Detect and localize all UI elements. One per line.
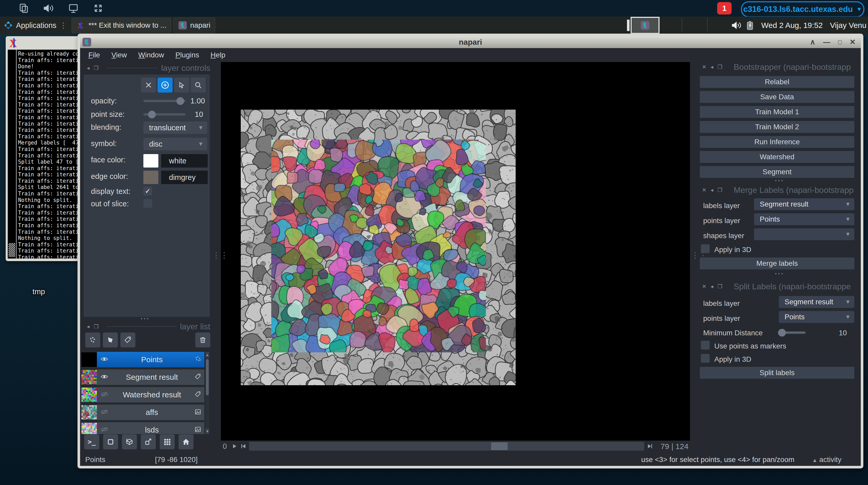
layer-row-segment-result[interactable]: Segment result [80, 369, 204, 385]
first-frame-icon[interactable] [240, 442, 247, 450]
menu-help[interactable]: Help [205, 49, 231, 61]
clipboard-icon[interactable] [18, 3, 29, 14]
close-panel-icon[interactable]: ✕ [702, 64, 707, 70]
layer-list-scrollbar[interactable]: ▲ ▼ [206, 352, 209, 434]
ndisplay-button[interactable] [103, 434, 118, 449]
fullscreen-icon[interactable] [92, 3, 104, 14]
eye-slash-icon[interactable] [100, 426, 109, 434]
applications-menu-button[interactable]: Applications ⋮ [0, 17, 71, 34]
eye-slash-icon[interactable] [100, 408, 109, 417]
task-button-xterm[interactable]: X *** Exit this window to ... [71, 18, 171, 33]
merge-apply-3d-checkbox[interactable] [701, 244, 710, 253]
last-frame-icon[interactable] [646, 442, 654, 450]
merge-labels-button[interactable]: Merge labels [700, 257, 854, 269]
grid-view-button[interactable] [160, 434, 175, 449]
slider-thumb[interactable] [177, 97, 184, 105]
task-button-napari[interactable]: napari [173, 18, 215, 33]
maximize-button[interactable]: □ [838, 39, 842, 45]
panel-splitter[interactable]: ⋯ [774, 178, 784, 183]
workspace-sliver[interactable] [627, 20, 629, 31]
slider-thumb[interactable] [148, 111, 156, 118]
float-panel-icon[interactable]: ◂ [711, 283, 714, 290]
layer-row-lsds[interactable]: lsds [80, 422, 204, 434]
symbol-dropdown[interactable]: disc ▼ [144, 138, 207, 150]
bootstrapper-button-watershed[interactable]: Watershed [700, 151, 854, 163]
eye-icon[interactable] [100, 355, 109, 364]
float-panel-icon[interactable]: ◂ [87, 65, 90, 71]
add-points-button[interactable] [158, 78, 173, 92]
float-panel-icon[interactable]: ◂ [711, 187, 714, 193]
bootstrapper-button-train-model-1[interactable]: Train Model 1 [700, 106, 854, 118]
console-button[interactable]: >_ [84, 434, 99, 449]
dimension-slider[interactable] [249, 442, 644, 451]
user-menu[interactable]: Vijay Venu [830, 21, 866, 30]
close-panel-icon[interactable]: ✕ [702, 187, 707, 193]
new-labels-layer-button[interactable] [120, 333, 135, 347]
blending-dropdown[interactable]: translucent ▼ [144, 121, 207, 134]
face-color-field[interactable]: white [161, 154, 208, 168]
close-panel-icon[interactable]: ✕ [702, 283, 707, 290]
layer-row-watershed-result[interactable]: Watershed result [80, 387, 204, 402]
merge-shapes-layer-dropdown[interactable]: ▼ [754, 228, 854, 240]
display-text-checkbox[interactable] [144, 187, 152, 195]
eye-slash-icon[interactable] [100, 390, 109, 399]
activity-button[interactable]: ▲ activity [812, 456, 841, 464]
hide-panel-icon[interactable]: ❐ [717, 64, 722, 70]
notification-badge[interactable]: 1 [717, 2, 732, 15]
split-apply-3d-checkbox[interactable] [701, 354, 710, 363]
split-points-layer-dropdown[interactable]: Points▼ [779, 311, 854, 323]
desktop-icon-tmp[interactable]: tmp [16, 287, 62, 296]
workspace-pager[interactable] [630, 17, 659, 34]
opacity-slider[interactable] [144, 100, 185, 102]
display-icon[interactable] [68, 3, 79, 14]
split-labels-button[interactable]: Split labels [700, 367, 854, 379]
menu-view[interactable]: View [106, 49, 132, 61]
bootstrapper-button-relabel[interactable]: Relabel [700, 76, 854, 88]
minimize-button[interactable]: — [823, 38, 830, 46]
scrollbar-thumb[interactable] [206, 359, 209, 395]
terminal-scrollbar[interactable] [8, 50, 16, 259]
viewer-canvas[interactable] [221, 62, 690, 440]
face-color-swatch[interactable] [144, 154, 158, 168]
edge-color-field[interactable]: dimgrey [161, 171, 208, 184]
volume-icon[interactable] [731, 20, 742, 31]
delete-points-button[interactable] [141, 78, 156, 92]
hide-panel-icon[interactable]: ❐ [717, 283, 722, 290]
hide-panel-icon[interactable]: ❐ [94, 65, 99, 71]
slider-thumb[interactable] [491, 443, 507, 450]
panel-splitter[interactable]: ⋯ [774, 271, 784, 276]
scrollbar-thumb[interactable] [8, 243, 15, 257]
merge-points-layer-dropdown[interactable]: Points▼ [754, 213, 854, 225]
split-labels-layer-dropdown[interactable]: Segment result▼ [779, 296, 854, 308]
hide-panel-icon[interactable]: ❐ [717, 187, 722, 193]
scroll-up-icon[interactable]: ▲ [206, 352, 209, 358]
float-panel-icon[interactable]: ◂ [711, 64, 714, 70]
left-dock-handle[interactable]: ⋮⋮ [212, 251, 228, 260]
merge-labels-layer-dropdown[interactable]: Segment result▼ [754, 198, 854, 210]
close-button[interactable]: ✕ [850, 38, 856, 46]
use-points-checkbox[interactable] [701, 341, 710, 349]
bootstrapper-button-train-model-2[interactable]: Train Model 2 [700, 121, 854, 133]
out-of-slice-checkbox[interactable] [144, 199, 152, 208]
pan-zoom-button[interactable] [191, 78, 206, 92]
menu-file[interactable]: File [83, 49, 106, 61]
play-icon[interactable] [231, 442, 239, 450]
title-bar[interactable]: napari ∧ — □ ✕ [80, 36, 861, 48]
select-points-button[interactable] [174, 78, 189, 92]
shade-button[interactable]: ∧ [810, 38, 815, 46]
bootstrapper-button-save-data[interactable]: Save Data [700, 91, 854, 103]
delete-layer-button[interactable] [195, 333, 210, 347]
slider-thumb[interactable] [778, 329, 786, 337]
edge-color-swatch[interactable] [144, 171, 158, 184]
battery-icon[interactable] [744, 20, 755, 31]
panel-splitter[interactable]: ⋯ [140, 316, 150, 321]
menu-plugins[interactable]: Plugins [170, 49, 205, 61]
clock[interactable]: Wed 2 Aug, 19:52 [761, 21, 823, 30]
layer-row-points[interactable]: Points [80, 352, 204, 367]
bootstrapper-button-run-inference[interactable]: Run Inference [700, 136, 854, 148]
new-points-layer-button[interactable] [85, 333, 100, 347]
hide-panel-icon[interactable]: ❐ [94, 323, 99, 330]
layer-row-affs[interactable]: affs [80, 405, 204, 420]
hostname-menu[interactable]: c316-013.ls6.tacc.utexas.edu ▼ [741, 1, 864, 17]
new-shapes-layer-button[interactable] [103, 333, 118, 347]
